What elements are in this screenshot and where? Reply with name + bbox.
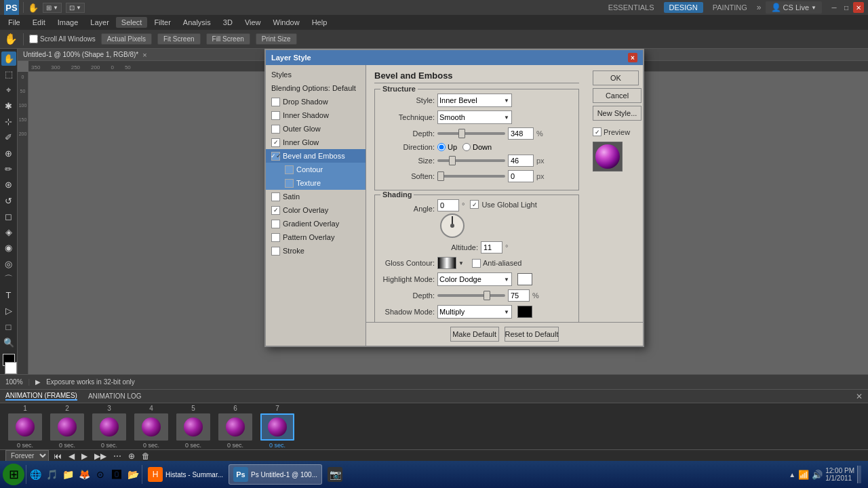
styles-item[interactable]: Styles	[266, 68, 366, 81]
altitude-input[interactable]	[481, 241, 502, 253]
forward-btn[interactable]: ▶	[35, 378, 41, 386]
start-button[interactable]: ⊞	[3, 464, 24, 485]
inner-shadow-cb[interactable]	[271, 111, 280, 120]
size-slider[interactable]	[437, 159, 505, 162]
preview-cb[interactable]	[593, 127, 601, 136]
lasso-tool[interactable]: ⌖	[1, 83, 16, 98]
technique-select[interactable]: Smooth Chisel Hard Chisel Soft	[437, 110, 512, 124]
color-overlay-item[interactable]: Color Overlay	[266, 203, 366, 217]
soften-slider[interactable]	[437, 175, 505, 178]
clone-tool[interactable]: ⊛	[1, 178, 16, 192]
taskbar-folder-icon[interactable]: 📁	[60, 467, 75, 482]
taskbar-media-icon[interactable]: 🎵	[44, 467, 59, 482]
text-tool[interactable]: T	[1, 288, 16, 302]
direction-up-radio[interactable]: Up	[437, 143, 457, 151]
anim-first-frame-btn[interactable]: ⏮	[52, 451, 64, 461]
drop-shadow-cb[interactable]	[271, 98, 280, 106]
texture-cb[interactable]	[285, 179, 294, 188]
anim-prev-frame-btn[interactable]: ◀	[66, 451, 77, 461]
taskbar-camera-item[interactable]: 📷	[323, 464, 347, 485]
menu-help[interactable]: Help	[307, 17, 333, 28]
inner-shadow-item[interactable]: Inner Shadow	[266, 108, 366, 122]
use-global-light-row[interactable]: Use Global Light	[470, 200, 536, 209]
loop-select[interactable]: Forever Once 3 Times	[5, 450, 49, 462]
taskbar-files-icon[interactable]: 📂	[125, 467, 140, 482]
anim-tween-btn[interactable]: ⋯	[111, 451, 123, 461]
blur-tool[interactable]: ◉	[1, 241, 16, 255]
gradient-overlay-item[interactable]: Gradient Overlay	[266, 217, 366, 230]
pattern-overlay-item[interactable]: Pattern Overlay	[266, 230, 366, 244]
pattern-overlay-cb[interactable]	[271, 233, 280, 242]
frame-thumb-3[interactable]	[92, 413, 126, 441]
highlight-opacity-input[interactable]	[508, 289, 530, 302]
anim-next-frame-btn[interactable]: ▶▶	[92, 451, 108, 461]
global-light-cb[interactable]	[470, 200, 479, 209]
menu-window[interactable]: Window	[268, 17, 305, 28]
print-size-btn[interactable]: Print Size	[256, 33, 297, 45]
dialog-close-btn[interactable]: ×	[628, 53, 637, 62]
direction-down-radio[interactable]: Down	[462, 143, 492, 151]
frame-thumb-7[interactable]	[260, 413, 294, 441]
scroll-all-checkbox[interactable]: Scroll All Windows	[29, 35, 96, 43]
contour-item[interactable]: Contour	[266, 163, 366, 176]
make-default-btn[interactable]: Make Default	[450, 327, 499, 342]
menu-edit[interactable]: Edit	[27, 17, 51, 28]
bevel-emboss-item[interactable]: ✓ Bevel and Emboss	[266, 149, 366, 163]
anim-log-tab[interactable]: ANIMATION LOG	[88, 392, 142, 400]
cancel-btn[interactable]: Cancel	[593, 88, 642, 103]
taskbar-opera-icon[interactable]: 🅾	[109, 467, 124, 482]
anti-aliased-row[interactable]: Anti-aliased	[472, 259, 521, 268]
marquee-tool[interactable]: ⬚	[1, 67, 16, 81]
taskbar-ie-icon[interactable]: 🌐	[28, 467, 43, 482]
anim-frames-tab[interactable]: ANIMATION (FRAMES)	[5, 392, 77, 401]
menu-3d[interactable]: 3D	[218, 17, 238, 28]
frame-thumb-2[interactable]	[50, 413, 84, 441]
menu-layer[interactable]: Layer	[85, 17, 115, 28]
gloss-contour-arrow[interactable]: ▼	[458, 260, 464, 266]
crop-tool[interactable]: ⊹	[1, 115, 16, 129]
anim-play-btn[interactable]: ▶	[79, 451, 90, 461]
shadow-mode-select[interactable]: Multiply Normal Darken	[437, 305, 512, 319]
shape-tool[interactable]: □	[1, 320, 16, 334]
blending-options-item[interactable]: Blending Options: Default	[266, 81, 366, 95]
path-tool[interactable]: ▷	[1, 304, 16, 318]
size-input[interactable]	[508, 155, 534, 167]
nav-design[interactable]: DESIGN	[664, 2, 703, 13]
menu-view[interactable]: View	[239, 17, 267, 28]
zoom-tool[interactable]: 🔍	[1, 336, 16, 350]
actual-pixels-btn[interactable]: Actual Pixels	[101, 33, 152, 45]
cs-live-btn[interactable]: 👤 CS Live ▼	[766, 1, 822, 14]
menu-file[interactable]: File	[3, 17, 26, 28]
menu-filter[interactable]: Filter	[149, 17, 176, 28]
background-color[interactable]	[5, 362, 17, 374]
gloss-contour-preview[interactable]	[437, 257, 456, 269]
gradient-tool[interactable]: ◈	[1, 225, 16, 239]
taskbar-histats-item[interactable]: H Histats - Summar...	[144, 464, 227, 485]
gradient-overlay-cb[interactable]	[271, 220, 280, 228]
maximize-btn[interactable]: □	[841, 2, 852, 13]
more-nav-icon[interactable]: »	[757, 3, 762, 12]
menu-select[interactable]: Select	[116, 17, 148, 28]
contour-cb[interactable]	[285, 165, 294, 174]
brush-tool[interactable]: ✏	[1, 162, 16, 176]
fit-screen-btn[interactable]: Fit Screen	[157, 33, 201, 45]
soften-input[interactable]	[508, 170, 534, 182]
close-btn[interactable]: ✕	[853, 2, 864, 13]
anim-duplicate-btn[interactable]: ⊕	[126, 451, 137, 461]
stroke-item[interactable]: Stroke	[266, 244, 366, 258]
minimize-btn[interactable]: ─	[829, 2, 840, 13]
tray-show-desktop[interactable]	[857, 466, 861, 483]
taskbar-firefox-icon[interactable]: 🦊	[77, 467, 92, 482]
menu-image[interactable]: Image	[52, 17, 84, 28]
bevel-emboss-cb[interactable]: ✓	[271, 152, 280, 161]
frame-thumb-1[interactable]	[8, 413, 42, 441]
frame-thumb-4[interactable]	[134, 413, 168, 441]
satin-cb[interactable]	[271, 192, 280, 201]
angle-dial[interactable]	[440, 214, 465, 238]
move-tool-icon[interactable]: ✋	[28, 3, 39, 13]
satin-item[interactable]: Satin	[266, 190, 366, 203]
shadow-color-swatch[interactable]	[517, 306, 532, 318]
move-tool[interactable]: ✋	[1, 52, 16, 66]
inner-glow-cb[interactable]	[271, 138, 280, 147]
eyedropper-tool[interactable]: ✐	[1, 130, 16, 144]
